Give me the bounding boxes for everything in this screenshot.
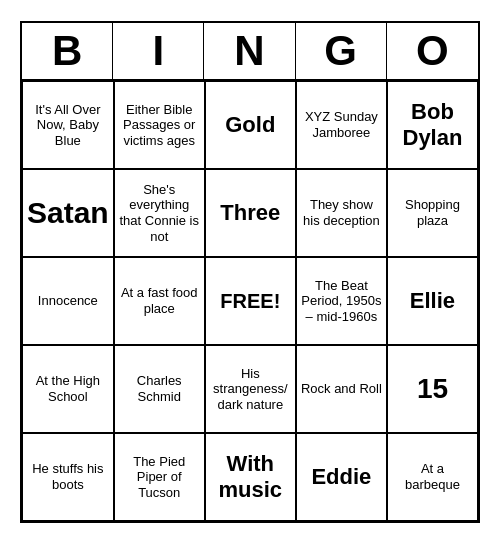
bingo-cell-22: With music (205, 433, 296, 521)
header-letter-g: G (296, 23, 387, 79)
bingo-cell-9: Shopping plaza (387, 169, 478, 257)
bingo-cell-7: Three (205, 169, 296, 257)
bingo-cell-21: The Pied Piper of Tucson (114, 433, 205, 521)
bingo-cell-13: The Beat Period, 1950s – mid-1960s (296, 257, 387, 345)
header-letter-b: B (22, 23, 113, 79)
bingo-cell-20: He stuffs his boots (22, 433, 114, 521)
bingo-header: BINGO (22, 23, 478, 81)
bingo-cell-5: Satan (22, 169, 114, 257)
bingo-cell-0: It's All Over Now, Baby Blue (22, 81, 114, 169)
bingo-cell-18: Rock and Roll (296, 345, 387, 433)
bingo-cell-15: At the High School (22, 345, 114, 433)
bingo-cell-8: They show his deception (296, 169, 387, 257)
bingo-cell-3: XYZ Sunday Jamboree (296, 81, 387, 169)
bingo-grid: It's All Over Now, Baby BlueEither Bible… (22, 81, 478, 521)
bingo-cell-14: Ellie (387, 257, 478, 345)
bingo-cell-23: Eddie (296, 433, 387, 521)
header-letter-o: O (387, 23, 478, 79)
bingo-cell-12: FREE! (205, 257, 296, 345)
bingo-cell-19: 15 (387, 345, 478, 433)
bingo-cell-10: Innocence (22, 257, 114, 345)
bingo-cell-2: Gold (205, 81, 296, 169)
bingo-cell-16: Charles Schmid (114, 345, 205, 433)
bingo-cell-24: At a barbeque (387, 433, 478, 521)
bingo-cell-4: Bob Dylan (387, 81, 478, 169)
bingo-cell-1: Either Bible Passages or victims ages (114, 81, 205, 169)
bingo-card: BINGO It's All Over Now, Baby BlueEither… (20, 21, 480, 523)
bingo-cell-6: She's everything that Connie is not (114, 169, 205, 257)
header-letter-i: I (113, 23, 204, 79)
bingo-cell-11: At a fast food place (114, 257, 205, 345)
bingo-cell-17: His strangeness/ dark nature (205, 345, 296, 433)
header-letter-n: N (204, 23, 295, 79)
